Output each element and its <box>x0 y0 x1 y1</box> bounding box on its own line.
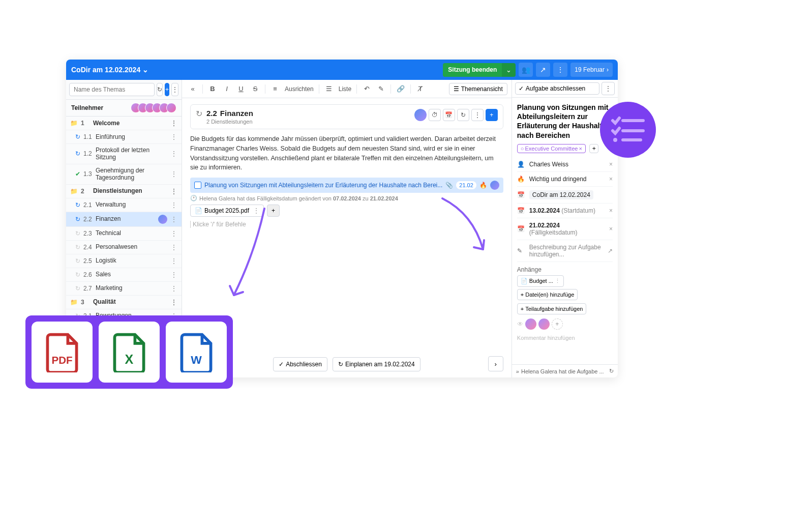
schedule-button[interactable]: ↻Einplanen am 19.02.2024 <box>333 357 420 371</box>
comment-placeholder[interactable]: Kommentar hinzufügen <box>517 335 613 341</box>
annotation-arrow <box>224 204 285 305</box>
pdf-icon: 📄 <box>521 278 528 284</box>
editor-toolbar: « B I U S ≡ Ausrichten ☰ Liste ↶ ✎ 🔗 T̸ … <box>182 80 512 98</box>
sidebar-more-icon[interactable]: ⋮ <box>171 83 178 96</box>
avatar-icon: 👤 <box>517 161 525 168</box>
theme-view-button[interactable]: ☰Themenansicht <box>449 83 507 95</box>
link-icon[interactable]: 🔗 <box>394 82 407 96</box>
check-icon: ✓ <box>519 85 524 92</box>
topic-title: Finanzen <box>220 109 253 118</box>
more-icon[interactable]: ⋮ <box>471 109 484 121</box>
tree-item[interactable]: ↻2.6Sales⋮ <box>66 268 182 282</box>
bold-icon[interactable]: B <box>206 82 219 96</box>
fire-icon: 🔥 <box>517 176 525 183</box>
tree-item[interactable]: ↻2.5Logistik⋮ <box>66 254 182 268</box>
assignee-row[interactable]: 👤Charles Weiss× <box>517 157 613 172</box>
section-services[interactable]: 📁2Dienstleistungen⋮ <box>66 185 182 198</box>
participants-avatars <box>134 103 176 113</box>
check-icon: ✓ <box>279 361 284 368</box>
calendar-icon: 📅 <box>517 207 525 214</box>
share-icon[interactable]: ↗ <box>536 63 550 77</box>
priority-row[interactable]: 🔥Wichtig und dringend× <box>517 172 613 187</box>
collapse-icon[interactable]: « <box>186 82 199 96</box>
topic-name-input[interactable] <box>69 83 155 96</box>
section-quality[interactable]: 📁3Qualität⋮ <box>66 296 182 309</box>
assignee-avatar[interactable] <box>414 109 427 121</box>
remove-icon[interactable]: × <box>609 225 613 233</box>
refresh-icon[interactable]: ↻ <box>457 109 469 121</box>
end-session-dropdown[interactable]: ⌄ <box>502 63 516 77</box>
svg-text:W: W <box>191 353 202 366</box>
complete-task-button[interactable]: ✓Aufgabe abschliessen <box>515 82 599 95</box>
add-icon[interactable]: + <box>486 109 498 121</box>
tree-item[interactable]: ↻2.1Verwaltung⋮ <box>66 198 182 212</box>
checklist-badge <box>600 102 656 158</box>
add-topic-button[interactable]: + <box>165 83 169 96</box>
description-row[interactable]: ✎Beschreibung zur Aufgabe hinzufügen...↗ <box>517 240 613 262</box>
header-bar: CoDir am 12.02.2024 ⌄ Sitzung beenden ⌄ … <box>66 60 618 80</box>
add-tag-button[interactable]: + <box>589 144 598 153</box>
task-title: Planung von Sitzungen mit Abteilungsleit… <box>204 182 442 189</box>
tree-item[interactable]: ↻2.7Marketing⋮ <box>66 282 182 296</box>
due-date-row[interactable]: 📅21.02.2024 (Fälligkeitsdatum)× <box>517 218 613 240</box>
align-icon[interactable]: ≡ <box>268 82 282 96</box>
italic-icon[interactable]: I <box>220 82 233 96</box>
people-icon[interactable]: 👥 <box>519 63 533 77</box>
remove-icon[interactable]: × <box>609 176 613 183</box>
meeting-title[interactable]: CoDir am 12.02.2024 ⌄ <box>71 66 443 74</box>
attachment-pill[interactable]: 📄Budget ...⋮ <box>517 275 564 287</box>
watcher-avatar[interactable] <box>538 318 550 330</box>
attachments-heading: Anhänge <box>517 266 613 273</box>
svg-text:X: X <box>125 352 134 366</box>
end-session-button[interactable]: Sitzung beenden <box>443 63 502 77</box>
add-subtask-button[interactable]: + Teilaufgabe hinzufügen <box>517 303 587 314</box>
watcher-avatar[interactable] <box>525 318 536 330</box>
meeting-row[interactable]: 📅CoDir am 12.02.2024 <box>517 187 613 204</box>
refresh-icon[interactable]: ↻ <box>157 83 163 96</box>
refresh-icon: ↻ <box>338 361 343 368</box>
pencil-icon: ✎ <box>517 247 525 254</box>
add-file-button[interactable]: + Datei(en) hinzufüge <box>517 289 578 300</box>
next-topic-button[interactable]: › <box>488 356 503 371</box>
complete-button[interactable]: ✓Abschliessen <box>273 357 327 371</box>
participants-row[interactable]: Teilnehmer <box>66 100 182 117</box>
expand-icon: » <box>516 368 519 374</box>
more-icon[interactable]: ⋮ <box>553 63 567 77</box>
tree-item-active[interactable]: ↻2.2Finanzen⋮ <box>66 212 182 227</box>
strike-icon[interactable]: S <box>249 82 262 96</box>
expand-icon[interactable]: ↗ <box>608 247 613 254</box>
task-due-chip: 21.02 <box>456 181 476 189</box>
activity-footer[interactable]: »Helena Galera hat die Aufgabe ...↻ <box>512 364 618 378</box>
attachment-icon: 📎 <box>445 182 453 189</box>
tree-item[interactable]: ✔1.3Genehmigung der Tagesordnung⋮ <box>66 164 182 185</box>
remove-icon[interactable]: × <box>609 161 613 168</box>
tree-item[interactable]: ↻2.4Personalwesen⋮ <box>66 241 182 254</box>
task-assignee-avatar <box>490 181 499 190</box>
panel-more-icon[interactable]: ⋮ <box>602 82 615 95</box>
calendar-icon[interactable]: 📅 <box>443 109 455 121</box>
tree-item[interactable]: ↻1.2Protokoll der letzten Sitzung⋮ <box>66 144 182 164</box>
erase-icon[interactable]: ✎ <box>374 82 387 96</box>
calendar-icon: 📅 <box>517 225 525 233</box>
underline-icon[interactable]: U <box>234 82 248 96</box>
section-welcome[interactable]: 📁1Welcome⋮ <box>66 117 182 130</box>
visibility-icon[interactable]: 👁 <box>517 321 523 328</box>
date-nav-button[interactable]: 19 Februar› <box>570 63 613 77</box>
start-date-row[interactable]: 📅13.02.2024 (Startdatum)× <box>517 204 613 218</box>
undo-icon[interactable]: ↶ <box>360 82 373 96</box>
pdf-icon: 📄 <box>195 207 202 214</box>
remove-icon[interactable]: × <box>609 207 613 214</box>
task-checkbox[interactable] <box>194 182 201 189</box>
list-icon[interactable]: ☰ <box>322 82 336 96</box>
timer-icon[interactable]: ⏱ <box>429 109 441 121</box>
tag-chip[interactable]: ○ Executive Committee × <box>517 144 586 153</box>
tree-item[interactable]: ↻1.1Einführung⋮ <box>66 130 182 144</box>
tree-item[interactable]: ↻2.3Technical⋮ <box>66 227 182 241</box>
topic-breadcrumb[interactable]: 2 Dienstleistungen <box>206 119 410 125</box>
clear-format-icon[interactable]: T̸ <box>414 82 427 96</box>
task-card[interactable]: Planung von Sitzungen mit Abteilungsleit… <box>190 178 503 193</box>
list-label[interactable]: Liste <box>337 85 353 93</box>
topic-body-text[interactable]: Die Budgets für das kommende Jahr müssen… <box>190 134 503 172</box>
align-label[interactable]: Ausrichten <box>283 85 316 93</box>
add-watcher-button[interactable]: + <box>552 318 563 330</box>
